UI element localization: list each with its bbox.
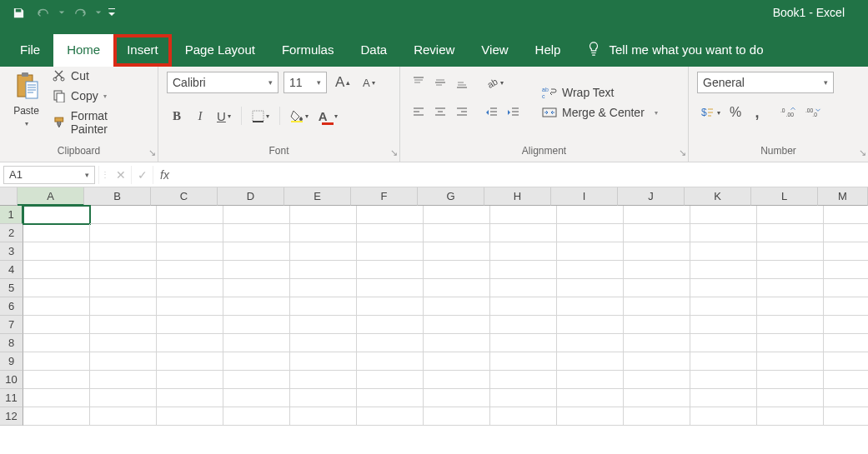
row-header[interactable]: 1 [0, 206, 23, 224]
borders-button[interactable]: ▾ [248, 105, 273, 127]
cell[interactable] [424, 297, 490, 316]
cell[interactable] [624, 224, 690, 242]
cell[interactable] [757, 334, 824, 352]
cell[interactable] [690, 407, 757, 426]
tab-insert[interactable]: Insert [113, 34, 172, 67]
cell[interactable] [490, 261, 557, 279]
row-header[interactable]: 12 [0, 407, 23, 426]
tab-file[interactable]: File [7, 34, 53, 67]
decrease-font-button[interactable]: A▾ [359, 72, 379, 93]
font-size-combo[interactable]: 11 ▾ [283, 72, 327, 93]
cell[interactable] [157, 279, 223, 297]
cell[interactable] [757, 224, 824, 242]
cell[interactable] [690, 261, 757, 279]
cell[interactable] [357, 242, 424, 261]
cell[interactable] [557, 261, 624, 279]
cell[interactable] [23, 224, 90, 242]
cell[interactable] [557, 242, 624, 261]
name-box[interactable]: A1 ▾ [3, 166, 95, 184]
cell[interactable] [23, 316, 90, 334]
enter-formula-button[interactable]: ✓ [132, 166, 153, 184]
cell[interactable] [223, 334, 290, 352]
cell[interactable] [424, 407, 490, 426]
cell[interactable] [624, 206, 690, 224]
cell[interactable] [90, 224, 157, 242]
comma-button[interactable]: , [747, 102, 767, 123]
cell[interactable] [90, 352, 157, 371]
cell[interactable] [357, 316, 424, 334]
cell[interactable] [624, 279, 690, 297]
cell[interactable] [757, 261, 824, 279]
cell[interactable] [290, 334, 357, 352]
fill-color-button[interactable]: ▾ [287, 105, 312, 127]
cell[interactable] [690, 242, 757, 261]
cell[interactable] [90, 389, 157, 407]
row-header[interactable]: 3 [0, 242, 23, 261]
cell[interactable] [357, 224, 424, 242]
cell[interactable] [557, 389, 624, 407]
cell[interactable] [624, 389, 690, 407]
row-header[interactable]: 6 [0, 297, 23, 316]
cell[interactable] [557, 279, 624, 297]
cell[interactable] [824, 279, 868, 297]
cell[interactable] [23, 407, 90, 426]
cell[interactable] [290, 224, 357, 242]
cut-button[interactable]: Cut [49, 67, 149, 84]
merge-center-button[interactable]: Merge & Center ▾ [539, 104, 661, 121]
cell[interactable] [223, 371, 290, 389]
font-color-button[interactable]: A ▾ [315, 105, 341, 127]
column-header[interactable]: L [751, 187, 818, 206]
cell[interactable] [223, 407, 290, 426]
number-format-combo[interactable]: General ▾ [697, 72, 834, 93]
cell[interactable] [490, 334, 557, 352]
cells-area[interactable] [23, 206, 868, 426]
cell[interactable] [290, 206, 357, 224]
align-left-button[interactable] [409, 102, 429, 123]
cell[interactable] [23, 242, 90, 261]
cell[interactable] [357, 261, 424, 279]
cell[interactable] [490, 407, 557, 426]
cell[interactable] [624, 316, 690, 334]
row-header[interactable]: 7 [0, 316, 23, 334]
cell[interactable] [157, 407, 223, 426]
cell[interactable] [23, 206, 90, 224]
cell[interactable] [223, 389, 290, 407]
cell[interactable] [690, 297, 757, 316]
cell[interactable] [157, 316, 223, 334]
row-header[interactable]: 11 [0, 389, 23, 407]
cell[interactable] [757, 352, 824, 371]
cell[interactable] [223, 297, 290, 316]
cell[interactable] [357, 352, 424, 371]
cell[interactable] [424, 371, 490, 389]
cell[interactable] [90, 407, 157, 426]
column-header[interactable]: A [18, 187, 84, 206]
increase-decimal-button[interactable]: .0.00 [777, 102, 800, 123]
cell[interactable] [290, 279, 357, 297]
cell[interactable] [624, 297, 690, 316]
cell[interactable] [357, 389, 424, 407]
column-header[interactable]: B [84, 187, 151, 206]
align-middle-button[interactable] [430, 72, 450, 93]
cell[interactable] [290, 242, 357, 261]
row-header[interactable]: 5 [0, 279, 23, 297]
cell[interactable] [757, 297, 824, 316]
orientation-button[interactable]: ab▾ [482, 72, 507, 93]
increase-indent-button[interactable] [504, 102, 524, 123]
column-header[interactable]: I [551, 187, 618, 206]
column-header[interactable]: D [218, 187, 284, 206]
cell[interactable] [690, 371, 757, 389]
undo-dropdown-icon[interactable] [57, 2, 67, 22]
cell[interactable] [757, 316, 824, 334]
cell[interactable] [624, 261, 690, 279]
cell[interactable] [290, 316, 357, 334]
cell[interactable] [23, 352, 90, 371]
cell[interactable] [824, 371, 868, 389]
cell[interactable] [23, 371, 90, 389]
cell[interactable] [157, 334, 223, 352]
wrap-text-button[interactable]: abc Wrap Text [539, 84, 661, 101]
cell[interactable] [557, 297, 624, 316]
number-launcher-icon[interactable]: ↘ [859, 147, 866, 158]
cell[interactable] [290, 407, 357, 426]
cell[interactable] [290, 352, 357, 371]
cell[interactable] [357, 371, 424, 389]
